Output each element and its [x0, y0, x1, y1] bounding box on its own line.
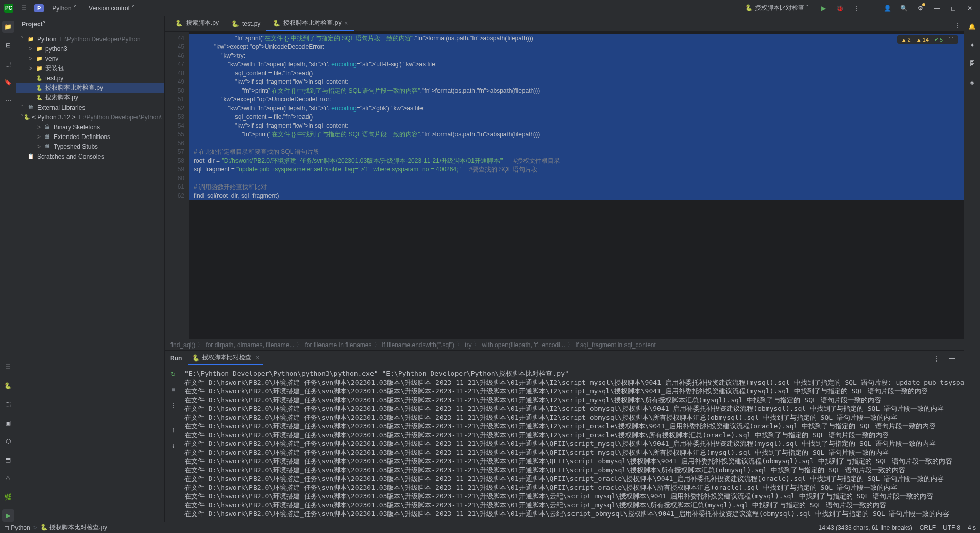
breadcrumb[interactable]: find_sql()〉for dirpath, dirnames, filena…	[165, 339, 964, 350]
ok-count: ✔5	[934, 36, 943, 43]
breadcrumb-item[interactable]: try	[465, 341, 471, 349]
breadcrumb-item[interactable]: if sql_fragment in sql_content	[576, 341, 656, 349]
tree-row[interactable]: 📋Scratches and Consoles	[16, 151, 164, 161]
tree-row[interactable]: >📁venv	[16, 54, 164, 63]
chevron-up-down-icon[interactable]: ˄˅	[948, 36, 954, 43]
maximize-icon[interactable]: ◻	[947, 2, 959, 14]
project-panel-title[interactable]: Project ˅	[16, 16, 164, 32]
breadcrumb-item[interactable]: for filename in filenames	[305, 341, 371, 349]
scroll-up-icon[interactable]: ↑	[167, 424, 179, 436]
line-gutter: 44454647484950515253545556575859606162	[165, 32, 189, 339]
event-log-icon[interactable]: ⚠	[2, 472, 14, 485]
vcs-dropdown[interactable]: Version control ˅	[85, 3, 139, 14]
code-with-me-icon[interactable]: 👤	[881, 2, 893, 14]
terminal-tool-icon[interactable]: ▣	[2, 417, 14, 429]
tree-row[interactable]: ˅🏛External Libraries	[16, 102, 164, 112]
notifications-icon[interactable]: 🔔	[966, 21, 978, 33]
project-tool-icon[interactable]: 📁	[2, 21, 14, 33]
tree-row[interactable]: >🏛Extended Definitions	[16, 132, 164, 142]
tree-row[interactable]: >🏛Typeshed Stubs	[16, 142, 164, 151]
tree-row[interactable]: >🏛Binary Skeletons	[16, 122, 164, 132]
close-tab-icon[interactable]: ×	[256, 354, 259, 362]
services-tool-icon[interactable]: ⬚	[2, 398, 14, 410]
database-tool-icon[interactable]: 🗄	[966, 58, 978, 70]
close-window-icon[interactable]: ✕	[964, 2, 976, 14]
project-dropdown[interactable]: Python ˅	[48, 3, 80, 14]
indent[interactable]: 4 s	[968, 524, 976, 531]
warning-count: ▲2	[901, 36, 911, 43]
run-panel: Run 🐍授权脚本比对检查 × ⋮ — ↻ ■ ⋮ ↑ ↓	[165, 350, 964, 522]
breadcrumb-item[interactable]: find_sql()	[170, 341, 195, 349]
right-tool-strip: 🔔 ✦ 🗄 ◈	[964, 16, 980, 522]
project-badge: P	[34, 4, 44, 12]
tree-row[interactable]: 🐍test.py	[16, 73, 164, 83]
run-more-icon[interactable]: ⋮	[167, 399, 179, 411]
bookmarks-tool-icon[interactable]: 🔖	[2, 76, 14, 89]
tree-row[interactable]: >📁python3	[16, 44, 164, 54]
structure-tool-icon[interactable]: ⬚	[2, 58, 14, 70]
run-config-tab[interactable]: 🐍授权脚本比对检查 ×	[188, 351, 263, 365]
minimize-panel-icon[interactable]: —	[946, 352, 958, 365]
run-toolbar: ↻ ■ ⋮ ↑ ↓	[165, 366, 181, 522]
caret-position[interactable]: 14:43 (3433 chars, 61 line breaks)	[819, 524, 913, 531]
tree-row[interactable]: ˅🐍< Python 3.12 >E:\Pyhthon Developer\Py…	[16, 112, 164, 122]
tree-row[interactable]: ˅📁PythonE:\Pyhthon Developer\Python	[16, 34, 164, 44]
rerun-icon[interactable]: ↻	[167, 368, 179, 381]
menubar: PC ☰ P Python ˅ Version control ˅ 🐍 授权脚本…	[0, 0, 980, 16]
statusbar: ◻ Python > 🐍 授权脚本比对检查.py 14:43 (3433 cha…	[0, 522, 980, 533]
vcs-tool-icon[interactable]: 🌿	[2, 491, 14, 503]
code-editor[interactable]: 44454647484950515253545556575859606162 "…	[165, 32, 964, 339]
left-tool-strip: 📁 ⊟ ⬚ 🔖 ⋯ ☰ 🐍 ⬚ ▣ ⬡ ⬒ ⚠ 🌿 ▶	[0, 16, 16, 522]
tree-row[interactable]: 🐍搜索脚本.py	[16, 93, 164, 102]
sciview-tool-icon[interactable]: ◈	[966, 76, 978, 89]
todo-tool-icon[interactable]: ☰	[2, 361, 14, 373]
ai-assistant-icon[interactable]: ✦	[966, 39, 978, 51]
status-project[interactable]: ◻ Python	[4, 524, 30, 531]
tree-row[interactable]: >📁安装包	[16, 63, 164, 73]
run-button[interactable]: ▶	[817, 2, 830, 14]
commit-tool-icon[interactable]: ⊟	[2, 39, 14, 51]
status-file[interactable]: 🐍 授权脚本比对检查.py	[40, 523, 107, 532]
ide-logo-icon: PC	[4, 4, 13, 13]
editor-tab[interactable]: 🐍test.py	[225, 17, 266, 31]
run-panel-options-icon[interactable]: ⋮	[931, 352, 943, 365]
line-separator[interactable]: CRLF	[920, 524, 936, 531]
breadcrumb-item[interactable]: for dirpath, dirnames, filename...	[206, 341, 294, 349]
debug-button[interactable]: 🐞	[834, 2, 846, 14]
editor-tab[interactable]: 🐍搜索脚本.py	[169, 15, 225, 31]
breadcrumb-item[interactable]: if filename.endswith(".sql")	[382, 341, 455, 349]
project-tree[interactable]: ˅📁PythonE:\Pyhthon Developer\Python>📁pyt…	[16, 32, 164, 522]
inspection-widget[interactable]: ▲2 ▲14 ✔5 ˄˅	[897, 35, 958, 44]
more-tools-icon[interactable]: ⋯	[2, 95, 14, 107]
run-output[interactable]: "E:\Pyhthon Developer\Python\python3\pyt…	[181, 366, 964, 522]
stop-icon[interactable]: ■	[167, 384, 179, 396]
project-panel: Project ˅ ˅📁PythonE:\Pyhthon Developer\P…	[16, 16, 165, 522]
more-actions-icon[interactable]: ⋮	[850, 2, 863, 14]
editor-tabs: 🐍搜索脚本.py🐍test.py🐍授权脚本比对检查.py× ⋮	[165, 16, 964, 32]
tab-options-icon[interactable]: ⋮	[951, 19, 964, 31]
scroll-down-icon[interactable]: ↓	[167, 439, 179, 452]
code-area[interactable]: "fn">print("在文件 {} 中找到了与指定的 SQL 语句片段一致的内…	[189, 32, 964, 339]
run-panel-label: Run	[170, 355, 182, 362]
minimize-icon[interactable]: —	[931, 2, 943, 14]
run-tool-icon[interactable]: ▶	[2, 509, 14, 522]
python-console-icon[interactable]: 🐍	[2, 380, 14, 392]
encoding[interactable]: UTF-8	[943, 524, 960, 531]
main-menu-icon[interactable]: ☰	[18, 2, 30, 14]
problems-tool-icon[interactable]: ⬡	[2, 435, 14, 448]
editor-tab[interactable]: 🐍授权脚本比对检查.py×	[266, 15, 354, 31]
tree-row[interactable]: 🐍授权脚本比对检查.py	[16, 83, 164, 93]
breadcrumb-item[interactable]: with open(filepath, 'r', encodi...	[482, 341, 565, 349]
debug-tool-icon[interactable]: ⬒	[2, 454, 14, 466]
settings-icon[interactable]: ⚙	[914, 2, 926, 14]
search-icon[interactable]: 🔍	[898, 2, 910, 14]
run-config-selector[interactable]: 🐍 授权脚本比对检查 ˅	[741, 2, 813, 14]
weak-warning-count: ▲14	[916, 36, 929, 43]
